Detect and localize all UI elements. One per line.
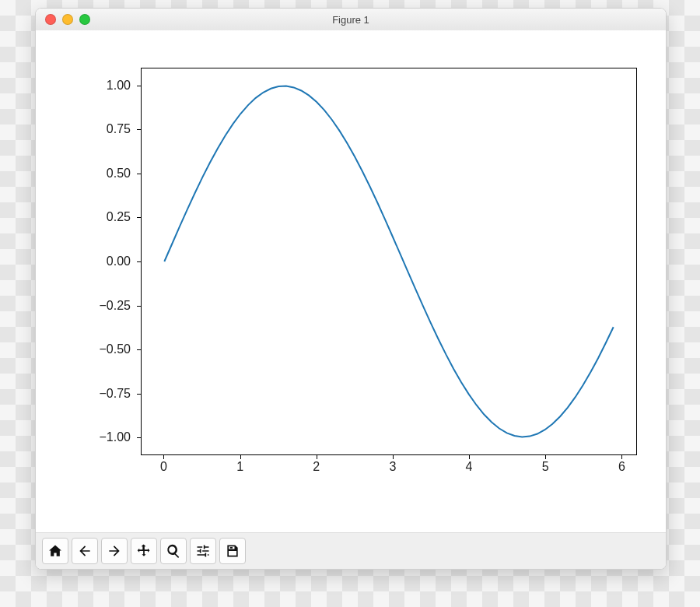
x-tick-label: 6 bbox=[618, 460, 625, 474]
x-tick-label: 2 bbox=[313, 460, 320, 474]
configure-button[interactable] bbox=[190, 538, 216, 564]
axes[interactable] bbox=[141, 68, 637, 455]
x-tick-labels: 0123456 bbox=[141, 457, 637, 475]
y-tick-label: 0.50 bbox=[107, 167, 131, 181]
zoom-button[interactable] bbox=[160, 538, 187, 564]
save-button[interactable] bbox=[219, 538, 246, 564]
zoom-window-icon[interactable] bbox=[79, 14, 90, 25]
y-tick-label: 0.75 bbox=[107, 122, 131, 136]
y-tick-labels: −1.00−0.75−0.50−0.250.000.250.500.751.00 bbox=[36, 68, 135, 455]
arrow-left-icon bbox=[77, 543, 93, 559]
y-tick-label: 0.25 bbox=[107, 210, 131, 224]
window-controls bbox=[36, 14, 90, 25]
x-tick-label: 3 bbox=[389, 460, 396, 474]
x-tick-label: 5 bbox=[542, 460, 549, 474]
arrow-right-icon bbox=[107, 543, 122, 559]
titlebar[interactable]: Figure 1 bbox=[36, 9, 666, 31]
close-icon[interactable] bbox=[45, 14, 56, 25]
sliders-icon bbox=[195, 543, 211, 559]
save-icon bbox=[225, 543, 240, 559]
window-title: Figure 1 bbox=[36, 14, 666, 26]
pan-button[interactable] bbox=[131, 538, 157, 564]
line-series bbox=[142, 68, 636, 454]
y-tick-label: −0.75 bbox=[100, 387, 131, 401]
y-tick-label: 0.00 bbox=[107, 254, 131, 268]
forward-button[interactable] bbox=[101, 538, 128, 564]
home-button[interactable] bbox=[42, 538, 68, 564]
plot-canvas[interactable]: −1.00−0.75−0.50−0.250.000.250.500.751.00… bbox=[36, 30, 666, 533]
home-icon bbox=[47, 543, 63, 559]
y-tick-label: −0.50 bbox=[100, 342, 131, 356]
x-tick-label: 1 bbox=[236, 460, 243, 474]
x-tick-label: 4 bbox=[466, 460, 473, 474]
minimize-icon[interactable] bbox=[62, 14, 73, 25]
nav-toolbar bbox=[36, 532, 666, 569]
back-button[interactable] bbox=[72, 538, 98, 564]
y-tick-label: −1.00 bbox=[100, 430, 131, 444]
move-icon bbox=[136, 543, 152, 559]
x-tick-label: 0 bbox=[160, 460, 167, 474]
figure-window: Figure 1 −1.00−0.75−0.50−0.250.000.250.5… bbox=[35, 8, 667, 570]
magnifier-icon bbox=[166, 543, 181, 559]
y-tick-label: 1.00 bbox=[107, 79, 131, 93]
y-tick-label: −0.25 bbox=[100, 299, 131, 313]
